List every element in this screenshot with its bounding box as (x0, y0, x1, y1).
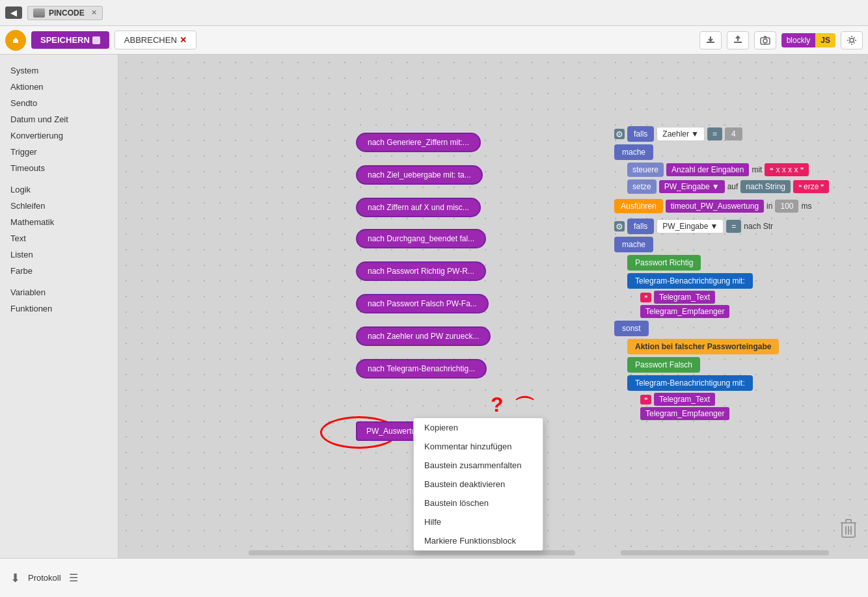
main-area: System Aktionen Sendto Datum und Zeit Ko… (0, 55, 868, 558)
sidebar-item-schleifen[interactable]: Schleifen (0, 198, 118, 214)
setze-block[interactable]: setze (627, 179, 657, 194)
telegram-text-block2[interactable]: Telegram_Text (654, 393, 715, 406)
ctx-deaktivieren[interactable]: Baustein deaktivieren (414, 475, 543, 494)
pw-eingabe-block[interactable]: PW_Eingabe ▼ (659, 180, 725, 193)
ctx-hilfe[interactable]: Hilfe (414, 512, 543, 531)
sidebar-item-timeouts[interactable]: Timeouts (0, 160, 118, 176)
cancel-label: ABBRECHEN (124, 35, 177, 45)
js-badge[interactable]: JS (815, 33, 835, 47)
sonst-label: sonst (614, 321, 649, 336)
telegram-row1: Telegram-Benachrichtigung mit: ❝ Telegra… (627, 273, 861, 318)
sidebar-item-system[interactable]: System (0, 62, 118, 79)
sidebar-item-aktionen[interactable]: Aktionen (0, 79, 118, 95)
ms-val[interactable]: 100 (775, 200, 798, 213)
sidebar-item-sendto[interactable]: Sendto (0, 95, 118, 111)
blockly-badge[interactable]: blockly (781, 33, 816, 47)
block-generiere[interactable]: nach Generiere_Ziffern mit:... (356, 133, 481, 152)
telegram-block1[interactable]: Telegram-Benachrichtigung mit: (627, 273, 753, 289)
in-label: in (766, 202, 772, 211)
sidebar-item-datum[interactable]: Datum und Zeit (0, 111, 118, 127)
equals-op[interactable]: = (707, 127, 722, 140)
sidebar-item-logik[interactable]: Logik (0, 181, 118, 198)
sidebar-item-funktionen[interactable]: Funktionen (0, 300, 118, 317)
ctx-kommentar[interactable]: Kommentar hinzufügen (414, 437, 543, 456)
steuere-row: steuere Anzahl der Eingaben mit ❝ x x x … (627, 163, 861, 177)
svg-rect-7 (846, 520, 851, 523)
ausfuehren-block[interactable]: Ausführen (614, 199, 663, 213)
download-button[interactable]: ⬇ (10, 571, 20, 585)
q-open1: ❝ (640, 293, 651, 302)
sidebar-group-main: System Aktionen Sendto Datum und Zeit Ko… (0, 60, 118, 319)
passwort-richtig-block[interactable]: Passwort Richtig (627, 255, 701, 271)
mache2-label: mache (614, 237, 653, 252)
erze-block[interactable]: ❝ erze ❞ (793, 180, 829, 193)
passwort-richtig-row: Passwort Richtig (627, 255, 861, 271)
block-telegram[interactable]: nach Telegram-Benachrichtig... (356, 359, 487, 378)
passwort-falsch-block[interactable]: Passwort Falsch (627, 357, 700, 373)
sidebar-item-trigger[interactable]: Trigger (0, 144, 118, 160)
pw-eingabe2-dropdown[interactable]: PW_Eingabe ▼ (657, 219, 724, 233)
camera-icon (760, 35, 770, 46)
gear-small: ⚙ (614, 129, 625, 139)
aktion-block[interactable]: Aktion bei falscher Passworteingabe (627, 339, 779, 354)
setze-row: setze PW_Eingabe ▼ auf nach String ❝ erz… (627, 179, 861, 194)
val-4[interactable]: 4 (725, 127, 742, 140)
quote-close: ❞ (800, 166, 804, 174)
telegram-empf-block[interactable]: Telegram_Empfaenger (640, 305, 729, 318)
right-panel-scrollbar[interactable] (621, 550, 829, 555)
sidebar-item-listen[interactable]: Listen (0, 246, 118, 263)
import-icon (733, 35, 743, 46)
ctx-zusammenfalten[interactable]: Baustein zusammenfalten (414, 456, 543, 475)
nach-string-block[interactable]: nach String (740, 180, 791, 193)
cancel-button[interactable]: ABBRECHEN ✕ (115, 31, 197, 49)
annotation-qmark: ? (491, 393, 504, 417)
block-durchgang[interactable]: nach Durchgang_beendet fal... (356, 229, 486, 248)
steuere-block[interactable]: steuere (627, 163, 664, 177)
back-button[interactable]: ◀ (5, 7, 22, 19)
sidebar-item-farbe[interactable]: Farbe (0, 263, 118, 279)
xxxx-block[interactable]: ❝ x x x x ❞ (765, 163, 809, 176)
canvas[interactable]: nach Generiere_Ziffern mit:... nach Ziel… (118, 55, 608, 558)
telegram-block2[interactable]: Telegram-Benachrichtigung mit: (627, 375, 753, 391)
telegram-text-block[interactable]: Telegram_Text (654, 291, 715, 304)
blockly-js-toggle: blockly JS (781, 33, 835, 47)
falls2-keyword[interactable]: falls (627, 219, 654, 234)
timeout-block[interactable]: timeout_PW_Auswertung (666, 200, 764, 213)
mache-label: mache (614, 144, 653, 160)
ctx-loeschen[interactable]: Baustein löschen (414, 494, 543, 512)
toolbar: SPEICHERN ABBRECHEN ✕ blockly (0, 26, 868, 55)
block-ziffern[interactable]: nach Ziffern auf X und misc... (356, 198, 481, 217)
sidebar-item-mathematik[interactable]: Mathematik (0, 214, 118, 230)
ctx-markiere[interactable]: Markiere Funktionsblock (414, 531, 543, 550)
tab[interactable]: PINCODE ✕ (27, 6, 103, 20)
svg-point-4 (763, 39, 767, 43)
ausfuehren-row: Ausführen timeout_PW_Auswertung in 100 m… (614, 199, 861, 213)
aktion-row: Aktion bei falscher Passworteingabe (627, 339, 861, 354)
gear-small-2: ⚙ (614, 221, 625, 232)
export-button[interactable] (699, 31, 722, 49)
trash-icon[interactable] (839, 518, 858, 538)
mit-label: mit (752, 165, 762, 174)
block-passwort-richtig[interactable]: nach Passwort Richtig PW-R... (356, 261, 486, 281)
import-button[interactable] (727, 31, 749, 49)
ctx-kopieren[interactable]: Kopieren (414, 418, 543, 437)
home-button[interactable] (5, 30, 26, 51)
block-ziel[interactable]: nach Ziel_uebergabe mit: ta... (356, 165, 483, 185)
block-zaehler[interactable]: nach Zaehler und PW zurueck... (356, 326, 491, 346)
telegram-empf-block2[interactable]: Telegram_Empfaenger (640, 407, 729, 420)
sidebar-item-text[interactable]: Text (0, 230, 118, 246)
zaehler-dropdown[interactable]: Zaehler ▼ (657, 127, 705, 141)
list-button[interactable]: ☰ (69, 572, 78, 584)
save-button[interactable]: SPEICHERN (31, 31, 109, 49)
cancel-icon: ✕ (180, 35, 187, 45)
close-icon[interactable]: ✕ (91, 8, 97, 17)
sidebar-item-variablen[interactable]: Variablen (0, 284, 118, 300)
canvas-scrollbar[interactable] (249, 550, 575, 555)
eingaben-block[interactable]: Anzahl der Eingaben (666, 163, 749, 176)
settings-button[interactable] (841, 31, 863, 49)
sidebar-item-konvertierung[interactable]: Konvertierung (0, 127, 118, 144)
falls-keyword[interactable]: falls (627, 126, 654, 142)
block-passwort-falsch[interactable]: nach Passwort Falsch PW-Fa... (356, 294, 489, 313)
screenshot-button[interactable] (754, 31, 776, 49)
equals-op2[interactable]: = (726, 220, 741, 233)
